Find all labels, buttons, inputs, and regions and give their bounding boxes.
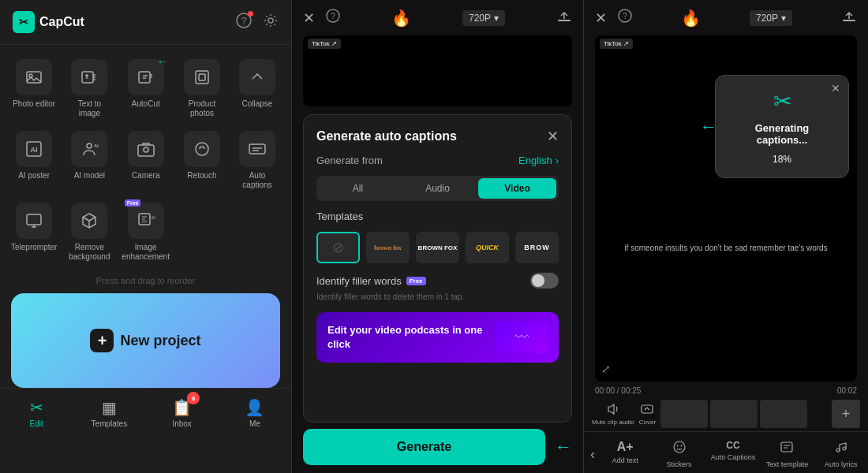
generate-button[interactable]: Generate <box>303 429 545 465</box>
svg-rect-17 <box>27 214 41 225</box>
timeline-thumb-1[interactable] <box>660 400 708 428</box>
svg-rect-7 <box>196 71 208 84</box>
template-brown-fox[interactable]: brown fox <box>366 232 410 263</box>
svg-text:?: ? <box>331 12 335 20</box>
nav-me[interactable]: 👤 Me <box>219 395 291 431</box>
resolution-selector[interactable]: 720P ▾ <box>462 10 505 26</box>
cover-control[interactable]: Cover <box>639 402 656 426</box>
dialog-close-button[interactable]: ✕ <box>547 128 559 145</box>
tool-photo-editor[interactable]: Photo editor <box>8 54 60 123</box>
toolbar-add-text[interactable]: A+ Add text <box>598 437 652 471</box>
timeline-thumb-3[interactable] <box>760 400 807 428</box>
upload-icon[interactable] <box>556 8 572 28</box>
tool-icon-ai-model: AI <box>71 131 107 167</box>
nav-templates[interactable]: ▦ Templates <box>73 395 145 431</box>
filler-toggle[interactable] <box>530 273 559 289</box>
auto-captions-icon: CC <box>726 440 739 451</box>
tool-camera[interactable]: Camera <box>118 126 173 195</box>
template-quick[interactable]: QUICK <box>466 232 509 263</box>
left-header: ✂ CapCut ? <box>0 0 291 45</box>
tool-icon-camera <box>128 131 164 167</box>
settings-icon[interactable] <box>263 13 279 32</box>
close-icon[interactable]: ✕ <box>303 9 315 27</box>
nav-templates-label: Templates <box>92 419 128 428</box>
toolbar-stickers[interactable]: Stickers <box>652 437 705 471</box>
me-icon: 👤 <box>245 398 264 417</box>
tool-retouch[interactable]: Retouch <box>176 126 228 195</box>
template-brow[interactable]: BROW <box>515 232 559 263</box>
add-text-label: Add text <box>612 456 638 464</box>
toolbar-auto-lyrics[interactable]: Auto lyrics <box>814 437 868 471</box>
tool-teleprompter[interactable]: Teleprompter <box>8 198 60 266</box>
help-circle-icon[interactable]: ? <box>326 9 340 27</box>
nav-edit[interactable]: ✂ Edit <box>0 395 73 431</box>
help-icon[interactable]: ? <box>236 13 252 32</box>
template-none[interactable]: ⊘ <box>316 232 360 263</box>
tool-autocut[interactable]: ← AutoCut <box>118 54 173 123</box>
podcast-banner[interactable]: Edit your video podcasts in one click 〰 <box>316 312 559 363</box>
filler-label: Identify filler words <box>316 275 402 287</box>
tab-all[interactable]: All <box>319 178 397 199</box>
stickers-label: Stickers <box>667 460 692 468</box>
expand-icon[interactable]: ⤢ <box>601 363 611 375</box>
right-upload-icon[interactable] <box>841 8 857 28</box>
tool-label-remove-background: Remove background <box>66 243 112 262</box>
filler-label-group: Identify filler words Free <box>316 275 426 287</box>
stickers-icon <box>672 440 687 458</box>
tool-remove-background[interactable]: Remove background <box>63 198 115 266</box>
tool-icon-text-to-image <box>71 59 107 95</box>
svg-rect-30 <box>781 442 792 452</box>
tool-product-photos[interactable]: Product photos <box>176 54 228 123</box>
templates-row: ⊘ brown fox BROWN FOX QUICK BROW <box>316 232 559 263</box>
capcut-logo-icon: ✂ <box>13 11 35 33</box>
language-selector[interactable]: English › <box>518 155 559 166</box>
svg-text:AI: AI <box>31 146 38 154</box>
tool-label-text-to-image: Text to image <box>66 99 112 118</box>
tool-label-photo-editor: Photo editor <box>13 99 55 109</box>
new-project-button[interactable]: + New project <box>11 293 280 388</box>
right-help-icon[interactable]: ? <box>618 9 632 27</box>
tools-grid: Photo editor Text to image ← AutoCut Pro… <box>0 45 291 271</box>
video-preview: TikTok ↗ <box>303 35 572 106</box>
tool-ai-model[interactable]: AI AI model <box>63 126 115 195</box>
tool-label-auto-captions: Auto captions <box>234 171 280 190</box>
right-panel: ✕ ? 🔥 720P ▾ TikTok ↗ if someone insults… <box>584 0 868 473</box>
resolution-value: 720P <box>469 13 491 24</box>
text-template-label: Text template <box>766 460 809 468</box>
right-close-icon[interactable]: ✕ <box>595 9 607 27</box>
right-resolution-selector[interactable]: 720P ▾ <box>750 10 792 26</box>
podcast-banner-text: Edit your video podcasts in one click <box>327 323 496 352</box>
template-quick-label: QUICK <box>476 244 499 251</box>
scroll-left-button[interactable]: ‹ <box>587 446 598 463</box>
left-panel: ✂ CapCut ? Photo <box>0 0 292 473</box>
toolbar-text-template[interactable]: Text template <box>760 437 814 471</box>
tab-audio[interactable]: Audio <box>398 178 477 199</box>
dialog-title: Generate auto captions <box>316 129 457 143</box>
template-fox-label: brown fox <box>374 244 402 251</box>
tool-ai-poster[interactable]: AI AI poster <box>8 126 60 195</box>
tool-image-enhancement[interactable]: Free HD Image enhancement <box>118 198 173 266</box>
timeline-add-button[interactable]: + <box>832 400 860 428</box>
tool-collapse[interactable]: Collapse <box>231 54 283 123</box>
svg-point-2 <box>268 18 273 23</box>
nav-inbox[interactable]: 📋 6 Inbox <box>146 395 219 431</box>
popup-close-button[interactable]: ✕ <box>831 82 840 95</box>
tab-video[interactable]: Video <box>478 178 556 199</box>
nav-inbox-label: Inbox <box>172 419 191 428</box>
generate-captions-dialog: Generate auto captions ✕ Generate from E… <box>303 114 572 423</box>
tool-icon-ai-poster: AI <box>16 131 52 167</box>
timeline-thumb-2[interactable] <box>710 400 758 428</box>
edit-icon: ✂ <box>30 398 43 417</box>
toolbar-auto-captions[interactable]: CC Auto Captions <box>706 437 760 471</box>
bottom-toolbar: ‹ A+ Add text Stickers CC Auto Captions … <box>584 431 868 473</box>
tool-label-ai-poster: AI poster <box>18 171 50 181</box>
tool-auto-captions[interactable]: Auto captions <box>231 126 283 195</box>
filler-hint: Identify filler words to delete them in … <box>316 292 464 301</box>
mute-clip-audio[interactable]: Mute clip audio <box>592 402 634 426</box>
language-chevron: › <box>556 155 559 166</box>
nav-me-label: Me <box>249 419 260 428</box>
template-brown-fox-bold[interactable]: BROWN FOX <box>416 232 459 263</box>
cover-label: Cover <box>639 419 656 426</box>
tool-text-to-image[interactable]: Text to image <box>63 54 115 123</box>
right-tiktok-label: TikTok ↗ <box>600 39 633 49</box>
